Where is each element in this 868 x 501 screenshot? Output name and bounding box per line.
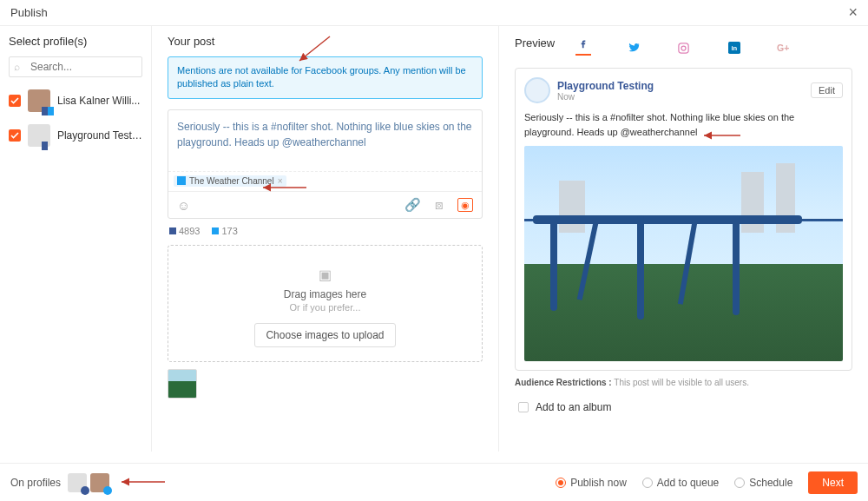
bottom-bar: On profiles Publish now Add to queue Sch… (0, 463, 868, 501)
close-icon[interactable]: × (848, 3, 858, 22)
audience-restrictions: Audience Restrictions : This post will b… (515, 378, 852, 387)
dropzone-title: Drag images here (177, 288, 473, 300)
schedule-radio[interactable]: Schedule (734, 477, 792, 489)
link-icon[interactable]: 🔗 (404, 197, 421, 213)
video-icon[interactable]: ⧇ (435, 197, 444, 213)
avatar (28, 124, 50, 147)
profile-label: Playground Testi... (57, 129, 142, 142)
remove-tag-icon[interactable]: × (278, 176, 283, 186)
dropzone-sub: Or if you prefer... (177, 302, 473, 313)
profiles-panel: Select profile(s) ⌕ Lisa Kalner Willi...… (0, 26, 152, 452)
profiles-heading: Select profile(s) (9, 35, 142, 48)
mention-label: The Weather Channel (189, 176, 274, 186)
composer-heading: Your post (168, 35, 483, 48)
mentions-alert: Mentions are not available for Facebook … (168, 56, 483, 99)
mention-tag[interactable]: The Weather Channel × (174, 175, 286, 187)
image-thumbnail[interactable] (168, 369, 197, 399)
svg-point-1 (681, 46, 686, 50)
facebook-icon (169, 227, 176, 234)
avatar (28, 89, 50, 112)
checkbox-icon[interactable] (9, 129, 21, 142)
svg-text:in: in (731, 44, 737, 52)
publish-now-radio[interactable]: Publish now (556, 477, 627, 489)
svg-rect-0 (679, 43, 688, 52)
album-checkbox[interactable] (518, 402, 529, 412)
preview-card: Playground Testing Now Edit Seriously --… (515, 68, 852, 371)
edit-button[interactable]: Edit (811, 82, 843, 98)
profile-label: Lisa Kalner Willi... (57, 95, 140, 107)
checkbox-icon[interactable] (9, 95, 21, 107)
twitter-icon (212, 227, 219, 234)
window-title: Publish (10, 6, 48, 19)
svg-text:G+: G+ (777, 43, 789, 53)
composer-box: Seriously -- this is a #nofilter shot. N… (168, 109, 483, 220)
mini-avatar[interactable] (90, 473, 109, 492)
next-button[interactable]: Next (808, 471, 858, 494)
post-textarea[interactable]: Seriously -- this is a #nofilter shot. N… (168, 110, 482, 171)
tab-facebook[interactable] (575, 40, 591, 56)
tab-instagram[interactable] (676, 40, 692, 56)
add-to-album-row[interactable]: Add to an album (515, 401, 852, 413)
char-counts: 4893 173 (168, 226, 483, 236)
preview-heading: Preview (515, 36, 555, 49)
composer-panel: Your post Mentions are not available for… (152, 26, 499, 452)
preview-image (524, 146, 843, 361)
add-to-queue-radio[interactable]: Add to queue (642, 477, 719, 489)
search-input[interactable] (9, 56, 142, 77)
twitter-icon (177, 176, 186, 185)
search-wrapper: ⌕ (9, 56, 142, 77)
on-profiles-label: On profiles (10, 477, 61, 489)
mini-avatar[interactable] (68, 473, 87, 492)
tab-googleplus[interactable]: G+ (777, 40, 792, 56)
camera-icon[interactable]: ◉ (457, 198, 473, 212)
choose-images-button[interactable]: Choose images to upload (254, 323, 395, 347)
preview-panel: in G+ Playground Testing Now Edit Seriou… (499, 26, 868, 452)
preview-tabs: in G+ (515, 40, 852, 56)
album-label: Add to an album (536, 401, 611, 413)
page-name[interactable]: Playground Testing (557, 80, 654, 92)
page-avatar (524, 77, 550, 103)
post-time: Now (557, 92, 654, 102)
tab-linkedin[interactable]: in (727, 40, 742, 56)
emoji-icon[interactable]: ☺ (177, 198, 190, 213)
image-icon: ▣ (177, 267, 473, 283)
image-dropzone[interactable]: ▣ Drag images here Or if you prefer... C… (168, 245, 483, 362)
tab-twitter[interactable] (626, 40, 641, 56)
profile-row[interactable]: Lisa Kalner Willi... (9, 89, 142, 112)
profile-row[interactable]: Playground Testi... (9, 124, 142, 147)
search-icon: ⌕ (14, 61, 20, 73)
preview-text: Seriously -- this is a #nofilter shot. N… (524, 110, 843, 139)
